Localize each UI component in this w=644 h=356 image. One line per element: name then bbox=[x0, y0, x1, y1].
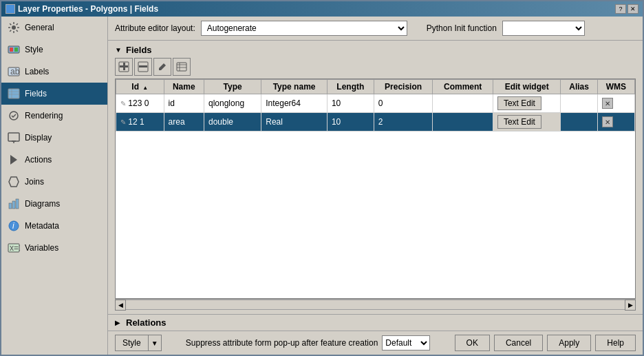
col-edit-widget[interactable]: Edit widget bbox=[493, 80, 561, 94]
sidebar-item-style[interactable]: Style bbox=[1, 39, 107, 61]
cell-edit-widget: Text Edit bbox=[493, 94, 561, 113]
close-button[interactable]: ✕ bbox=[627, 4, 638, 14]
add-field-button[interactable] bbox=[115, 58, 133, 76]
cell-comment bbox=[433, 94, 493, 113]
wms-delete-row1[interactable]: ✕ bbox=[602, 98, 613, 109]
help-button[interactable]: Help bbox=[595, 335, 636, 351]
fields-section: ▼ Fields bbox=[108, 41, 643, 314]
svg-rect-26 bbox=[139, 65, 147, 67]
suppress-label: Suppress attribute form pop-up after fea… bbox=[186, 338, 378, 348]
style-button[interactable]: Style bbox=[115, 335, 148, 351]
svg-marker-14 bbox=[10, 155, 17, 165]
col-comment[interactable]: Comment bbox=[433, 80, 493, 94]
edit-field-button[interactable] bbox=[153, 58, 171, 76]
sidebar-label-general: General bbox=[25, 23, 54, 32]
window-icon bbox=[6, 4, 15, 14]
metadata-icon: i bbox=[7, 219, 21, 233]
sidebar-item-joins[interactable]: Joins bbox=[1, 171, 107, 193]
cell-name: area bbox=[164, 113, 204, 132]
sidebar: General Style abc Labels Fields bbox=[1, 17, 108, 355]
general-icon bbox=[7, 21, 21, 34]
sidebar-item-actions[interactable]: Actions bbox=[1, 149, 107, 171]
cell-alias bbox=[561, 94, 597, 113]
table-row[interactable]: ✎ 123 0 id qlonglong Integer64 10 0 Text… bbox=[116, 94, 635, 113]
sidebar-label-variables: Variables bbox=[25, 243, 58, 253]
h-scroll-track[interactable] bbox=[126, 300, 625, 310]
fields-toolbar bbox=[115, 58, 636, 76]
attr-editor-bar: Attribute editor layout: Autogenerate Py… bbox=[108, 17, 643, 41]
settings-button[interactable] bbox=[173, 58, 191, 76]
sidebar-label-metadata: Metadata bbox=[25, 221, 59, 231]
actions-icon bbox=[7, 153, 21, 167]
relations-section: ▶ Relations bbox=[108, 314, 643, 331]
apply-button[interactable]: Apply bbox=[547, 335, 591, 351]
fields-table: Id ▲ Name Type Type name Length Precisio… bbox=[116, 79, 635, 132]
edit-widget-button-row2[interactable]: Text Edit bbox=[497, 115, 541, 129]
sidebar-item-display[interactable]: Display bbox=[1, 127, 107, 149]
minimize-button[interactable]: ? bbox=[615, 4, 626, 14]
sidebar-item-diagrams[interactable]: Diagrams bbox=[1, 193, 107, 215]
cell-wms: ✕ bbox=[597, 113, 634, 132]
col-wms[interactable]: WMS bbox=[597, 80, 634, 94]
sidebar-item-general[interactable]: General bbox=[1, 17, 107, 39]
sidebar-label-joins: Joins bbox=[25, 177, 44, 187]
table-row[interactable]: ✎ 12 1 area double Real 10 2 Text Edit bbox=[116, 113, 635, 132]
svg-rect-11 bbox=[8, 133, 19, 141]
window-title: Layer Properties - Polygons | Fields bbox=[18, 4, 158, 14]
cell-length: 10 bbox=[327, 94, 374, 113]
sidebar-label-rendering: Rendering bbox=[25, 111, 63, 121]
cell-precision: 2 bbox=[374, 113, 433, 132]
delete-field-button[interactable] bbox=[134, 58, 152, 76]
sidebar-item-metadata[interactable]: i Metadata bbox=[1, 215, 107, 237]
python-init-dropdown[interactable] bbox=[502, 21, 585, 36]
fields-table-container[interactable]: Id ▲ Name Type Type name Length Precisio… bbox=[115, 78, 636, 299]
sidebar-label-labels: Labels bbox=[25, 67, 49, 76]
svg-rect-18 bbox=[16, 199, 19, 209]
scroll-right-button[interactable]: ▶ bbox=[625, 300, 636, 311]
style-icon bbox=[7, 43, 21, 56]
title-bar-controls: ? ✕ bbox=[615, 4, 638, 14]
display-icon bbox=[7, 131, 21, 145]
svg-text:x=1: x=1 bbox=[10, 243, 20, 253]
relations-toggle[interactable]: ▶ bbox=[115, 319, 123, 327]
fields-section-title: Fields bbox=[126, 45, 152, 55]
svg-rect-16 bbox=[9, 203, 12, 209]
sidebar-item-labels[interactable]: abc Labels bbox=[1, 61, 107, 83]
wms-delete-row2[interactable]: ✕ bbox=[602, 116, 613, 127]
col-precision[interactable]: Precision bbox=[374, 80, 433, 94]
svg-marker-15 bbox=[9, 177, 19, 187]
cancel-button[interactable]: Cancel bbox=[494, 335, 543, 351]
diagrams-icon bbox=[7, 197, 21, 211]
sidebar-item-variables[interactable]: x=1 Variables bbox=[1, 237, 107, 259]
style-button-container: Style ▼ bbox=[115, 335, 162, 351]
h-scroll-area: ◀ ▶ bbox=[115, 299, 636, 310]
col-alias[interactable]: Alias bbox=[561, 80, 597, 94]
cell-type: qlonglong bbox=[204, 94, 261, 113]
attr-editor-label: Attribute editor layout: bbox=[115, 23, 195, 33]
attr-editor-dropdown[interactable]: Autogenerate bbox=[201, 21, 407, 36]
sidebar-item-rendering[interactable]: Rendering bbox=[1, 105, 107, 127]
suppress-dropdown[interactable]: Default Yes No bbox=[382, 335, 430, 350]
bottom-buttons: OK Cancel Apply Help bbox=[455, 335, 636, 351]
sidebar-item-fields[interactable]: Fields bbox=[1, 83, 107, 105]
col-name[interactable]: Name bbox=[164, 80, 204, 94]
style-dropdown-button[interactable]: ▼ bbox=[148, 335, 162, 351]
scroll-left-button[interactable]: ◀ bbox=[115, 300, 126, 311]
bottom-left: Style ▼ bbox=[115, 335, 162, 351]
svg-rect-17 bbox=[12, 201, 15, 209]
col-length[interactable]: Length bbox=[327, 80, 374, 94]
cell-type: double bbox=[204, 113, 261, 132]
svg-text:i: i bbox=[12, 221, 14, 231]
edit-widget-button-row1[interactable]: Text Edit bbox=[497, 96, 541, 110]
labels-icon: abc bbox=[7, 65, 21, 78]
sidebar-label-diagrams: Diagrams bbox=[25, 199, 60, 209]
svg-rect-2 bbox=[10, 48, 13, 52]
col-id[interactable]: Id ▲ bbox=[116, 80, 164, 94]
fields-toggle[interactable]: ▼ bbox=[115, 46, 123, 54]
col-typename[interactable]: Type name bbox=[261, 80, 328, 94]
cell-edit-widget: Text Edit bbox=[493, 113, 561, 132]
relations-section-title: Relations bbox=[126, 317, 167, 328]
svg-rect-24 bbox=[123, 63, 125, 70]
col-type[interactable]: Type bbox=[204, 80, 261, 94]
ok-button[interactable]: OK bbox=[455, 335, 490, 351]
